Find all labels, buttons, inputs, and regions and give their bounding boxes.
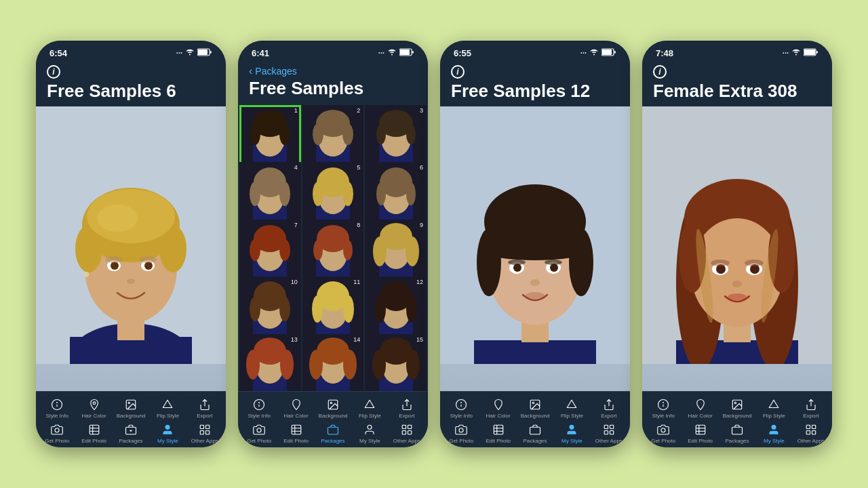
style-info-btn-2[interactable]: Style Info: [241, 397, 277, 420]
svg-point-167: [545, 260, 562, 265]
info-icon-4[interactable]: i: [653, 65, 667, 79]
edit-photo-btn-3[interactable]: Edit Photo: [479, 422, 516, 445]
svg-marker-214: [770, 401, 779, 408]
back-nav-2[interactable]: ‹ Packages: [249, 65, 417, 77]
svg-point-72: [342, 182, 353, 206]
background-btn-4[interactable]: Background: [719, 397, 755, 420]
other-apps-icon-1: [197, 422, 212, 437]
get-photo-btn-4[interactable]: Get Photo: [645, 422, 682, 445]
hair-color-btn-4[interactable]: Hair Color: [682, 397, 718, 420]
export-btn-1[interactable]: Export: [186, 397, 223, 420]
grid-cell-7[interactable]: 7: [239, 220, 301, 281]
grid-cell-10[interactable]: 10: [239, 277, 301, 338]
style-info-btn-4[interactable]: Style Info: [645, 397, 682, 420]
phone-4: 7:48 ··· i Female Extra 308: [642, 41, 832, 447]
edit-photo-label-2: Edit Photo: [283, 439, 309, 445]
other-apps-btn-4[interactable]: Other Apps: [793, 422, 829, 445]
packages-btn-2[interactable]: Packages: [315, 422, 351, 445]
other-apps-btn-3[interactable]: Other Apps: [591, 422, 627, 445]
export-btn-3[interactable]: Export: [591, 397, 627, 420]
my-style-btn-2[interactable]: My Style: [351, 422, 388, 445]
grid-cell-12[interactable]: 12: [365, 277, 427, 338]
background-btn-2[interactable]: Background: [315, 397, 351, 420]
svg-rect-145: [328, 427, 338, 434]
grid-cell-15[interactable]: 15: [365, 334, 427, 392]
hair-color-label-1: Hair Color: [82, 413, 106, 420]
info-icon-1[interactable]: i: [47, 65, 60, 79]
phone-3: 6:55 ··· i Free Samples 12: [440, 41, 630, 447]
toolbar-row-top-2: Style Info Hair Color Background: [238, 396, 428, 421]
flip-style-icon-2: [362, 397, 377, 412]
svg-point-78: [406, 182, 416, 205]
edit-photo-label-4: Edit Photo: [688, 439, 713, 445]
svg-rect-184: [604, 425, 608, 428]
my-style-btn-3[interactable]: My Style: [553, 422, 590, 445]
grid-cell-2[interactable]: 2: [302, 105, 364, 167]
background-btn-1[interactable]: Background: [113, 397, 149, 420]
flip-style-btn-3[interactable]: Flip Style: [553, 397, 590, 420]
get-photo-label-3: Get Photo: [449, 439, 473, 445]
grid-cell-14[interactable]: 14: [302, 334, 364, 392]
info-icon-3[interactable]: i: [451, 65, 465, 79]
svg-point-114: [406, 296, 417, 323]
svg-point-102: [279, 297, 290, 321]
svg-rect-187: [610, 431, 613, 434]
grid-cell-8[interactable]: 8: [302, 220, 364, 281]
other-apps-label-4: Other Apps: [797, 439, 825, 445]
svg-point-168: [530, 279, 540, 286]
grid-cell-3[interactable]: 3: [365, 105, 427, 167]
my-style-icon-4: [766, 422, 781, 437]
packages-btn-3[interactable]: Packages: [517, 422, 553, 445]
my-style-icon-2: [362, 422, 377, 437]
export-btn-4[interactable]: Export: [793, 397, 829, 420]
svg-point-71: [313, 182, 323, 206]
svg-point-101: [250, 297, 260, 321]
style-info-btn-3[interactable]: Style Info: [443, 397, 479, 420]
get-photo-btn-1[interactable]: Get Photo: [39, 422, 75, 445]
other-apps-btn-2[interactable]: Other Apps: [389, 422, 425, 445]
grid-cell-1[interactable]: 1: [239, 105, 301, 167]
svg-point-174: [532, 403, 534, 404]
main-content-2: 1 2: [238, 104, 428, 392]
svg-point-60: [406, 124, 416, 144]
export-btn-2[interactable]: Export: [389, 397, 425, 420]
grid-cell-11[interactable]: 11: [302, 277, 364, 338]
background-label-4: Background: [723, 413, 752, 420]
status-time-1: 6:54: [50, 48, 67, 58]
style-info-label-1: Style Info: [46, 413, 68, 420]
edit-photo-btn-2[interactable]: Edit Photo: [277, 422, 314, 445]
packages-btn-1[interactable]: Packages: [113, 422, 149, 445]
svg-point-11: [97, 205, 138, 232]
packages-btn-4[interactable]: Packages: [719, 422, 755, 445]
svg-point-18: [127, 279, 135, 284]
background-label-2: Background: [319, 413, 348, 420]
grid-cell-9[interactable]: 9: [365, 220, 427, 281]
edit-photo-btn-4[interactable]: Edit Photo: [682, 422, 718, 445]
get-photo-btn-2[interactable]: Get Photo: [241, 422, 277, 445]
hair-color-label-2: Hair Color: [284, 413, 309, 420]
edit-photo-btn-1[interactable]: Edit Photo: [75, 422, 112, 445]
flip-style-btn-4[interactable]: Flip Style: [755, 397, 792, 420]
hair-color-btn-2[interactable]: Hair Color: [277, 397, 314, 420]
other-apps-btn-1[interactable]: Other Apps: [186, 422, 223, 445]
style-info-icon-3: [454, 397, 469, 412]
flip-style-label-2: Flip Style: [359, 413, 381, 420]
hair-color-label-3: Hair Color: [486, 413, 511, 420]
svg-point-140: [257, 428, 261, 432]
hair-color-btn-1[interactable]: Hair Color: [75, 397, 112, 420]
background-btn-3[interactable]: Background: [517, 397, 553, 420]
my-style-btn-4[interactable]: My Style: [755, 422, 792, 445]
grid-cell-4[interactable]: 4: [239, 162, 301, 224]
status-icons-4: ···: [783, 48, 818, 58]
grid-cell-13[interactable]: 13: [239, 334, 301, 392]
flip-style-btn-2[interactable]: Flip Style: [351, 397, 388, 420]
my-style-btn-1[interactable]: My Style: [149, 422, 186, 445]
svg-point-160: [569, 228, 593, 296]
flip-style-btn-1[interactable]: Flip Style: [149, 397, 186, 420]
grid-cell-6[interactable]: 6: [365, 162, 427, 224]
style-info-btn-1[interactable]: Style Info: [39, 397, 75, 420]
grid-cell-5[interactable]: 5: [302, 162, 364, 224]
hair-color-btn-3[interactable]: Hair Color: [479, 397, 516, 420]
svg-rect-186: [604, 431, 608, 434]
get-photo-btn-3[interactable]: Get Photo: [443, 422, 479, 445]
